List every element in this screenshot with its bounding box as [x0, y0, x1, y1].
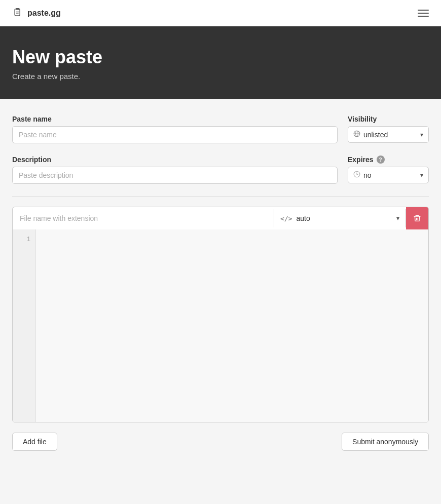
line-number-1: 1	[13, 235, 35, 245]
section-divider	[12, 196, 429, 197]
language-value: auto	[296, 214, 392, 222]
expires-select[interactable]: no ▾	[348, 167, 429, 183]
brand-link[interactable]: paste.gg	[12, 8, 61, 19]
svg-rect-1	[16, 8, 20, 10]
description-label: Description	[12, 156, 338, 164]
clock-icon	[353, 171, 360, 179]
expires-group: Expires ? no ▾	[348, 156, 429, 184]
expires-help-icon[interactable]: ?	[377, 156, 385, 164]
paste-name-input[interactable]	[12, 126, 338, 143]
code-area: 1	[13, 229, 428, 422]
svg-rect-0	[15, 9, 20, 15]
visibility-select[interactable]: unlisted ▾	[348, 126, 429, 143]
page-title: New paste	[12, 47, 429, 68]
language-chevron-icon: ▾	[396, 215, 399, 222]
page-subtitle: Create a new paste.	[12, 72, 429, 81]
svg-line-9	[357, 174, 358, 175]
language-select[interactable]: </> auto ▾	[274, 209, 406, 227]
file-editor: </> auto ▾ 1	[12, 207, 429, 422]
delete-file-button[interactable]	[406, 207, 428, 229]
description-input[interactable]	[12, 167, 338, 184]
brand-icon	[12, 8, 23, 19]
code-input[interactable]	[36, 229, 428, 422]
expires-value: no	[363, 171, 417, 179]
expires-label-row: Expires ?	[348, 156, 429, 164]
expires-label: Expires	[348, 156, 374, 164]
row-paste-name-visibility: Paste name Visibility unlisted ▾	[12, 115, 429, 143]
visibility-label: Visibility	[348, 115, 429, 123]
row-description-expires: Description Expires ? no ▾	[12, 156, 429, 184]
footer-actions: Add file Submit anonymously	[12, 433, 429, 451]
file-editor-header: </> auto ▾	[13, 207, 428, 229]
brand-name: paste.gg	[27, 9, 61, 18]
filename-input[interactable]	[13, 209, 274, 227]
main-content: Paste name Visibility unlisted ▾ Descrip…	[0, 99, 441, 467]
hero-section: New paste Create a new paste.	[0, 26, 441, 99]
description-group: Description	[12, 156, 338, 184]
visibility-group: Visibility unlisted ▾	[348, 115, 429, 143]
globe-icon	[353, 130, 360, 139]
expires-chevron-icon: ▾	[420, 172, 423, 179]
add-file-button[interactable]: Add file	[12, 433, 57, 451]
code-icon: </>	[280, 215, 292, 222]
chevron-down-icon: ▾	[420, 131, 423, 138]
paste-name-label: Paste name	[12, 115, 338, 123]
navbar: paste.gg	[0, 0, 441, 26]
line-numbers: 1	[13, 229, 36, 422]
submit-anonymously-button[interactable]: Submit anonymously	[342, 433, 429, 451]
paste-name-group: Paste name	[12, 115, 338, 143]
visibility-value: unlisted	[363, 131, 417, 139]
hamburger-menu-button[interactable]	[418, 10, 429, 17]
